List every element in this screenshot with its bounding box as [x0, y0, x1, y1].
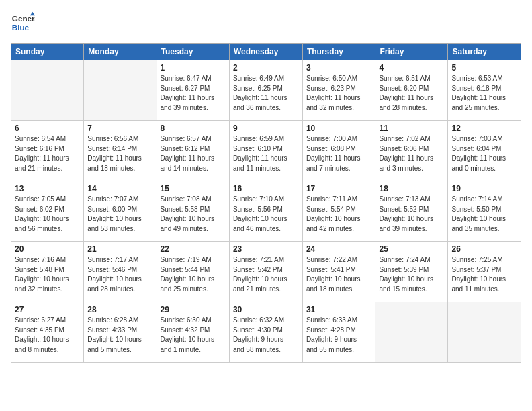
day-info: Sunrise: 6:50 AM Sunset: 6:23 PM Dayligh…	[306, 74, 372, 113]
calendar-cell: 21Sunrise: 7:17 AM Sunset: 5:46 PM Dayli…	[84, 242, 157, 302]
calendar-cell: 8Sunrise: 6:57 AM Sunset: 6:12 PM Daylig…	[157, 121, 229, 181]
calendar-cell: 24Sunrise: 7:22 AM Sunset: 5:41 PM Dayli…	[302, 242, 375, 302]
day-info: Sunrise: 7:21 AM Sunset: 5:42 PM Dayligh…	[233, 255, 299, 294]
day-info: Sunrise: 7:02 AM Sunset: 6:06 PM Dayligh…	[379, 134, 444, 173]
day-number: 12	[451, 124, 517, 133]
calendar-cell: 18Sunrise: 7:13 AM Sunset: 5:52 PM Dayli…	[375, 181, 448, 242]
day-number: 2	[233, 63, 299, 73]
calendar-header-wednesday: Wednesday	[229, 44, 302, 60]
day-number: 8	[161, 124, 226, 133]
day-number: 18	[379, 184, 444, 193]
day-info: Sunrise: 7:22 AM Sunset: 5:41 PM Dayligh…	[306, 255, 372, 294]
svg-text:Blue: Blue	[12, 23, 30, 32]
calendar-cell	[11, 60, 84, 121]
calendar-cell: 27Sunrise: 6:27 AM Sunset: 4:35 PM Dayli…	[11, 302, 84, 363]
calendar-cell: 6Sunrise: 6:54 AM Sunset: 6:16 PM Daylig…	[11, 121, 84, 181]
calendar-cell: 26Sunrise: 7:25 AM Sunset: 5:37 PM Dayli…	[448, 242, 521, 302]
day-number: 24	[306, 244, 372, 254]
calendar-cell: 29Sunrise: 6:30 AM Sunset: 4:32 PM Dayli…	[157, 302, 229, 363]
calendar-cell: 31Sunrise: 6:33 AM Sunset: 4:28 PM Dayli…	[302, 302, 375, 363]
day-info: Sunrise: 7:25 AM Sunset: 5:37 PM Dayligh…	[451, 255, 517, 294]
day-number: 3	[306, 63, 372, 73]
day-info: Sunrise: 7:10 AM Sunset: 5:56 PM Dayligh…	[233, 195, 299, 234]
day-number: 16	[233, 184, 299, 193]
calendar-cell: 14Sunrise: 7:07 AM Sunset: 6:00 PM Dayli…	[84, 181, 157, 242]
calendar-cell: 12Sunrise: 7:03 AM Sunset: 6:04 PM Dayli…	[448, 121, 521, 181]
day-info: Sunrise: 7:17 AM Sunset: 5:46 PM Dayligh…	[87, 255, 152, 294]
day-number: 10	[306, 124, 372, 133]
calendar-cell: 19Sunrise: 7:14 AM Sunset: 5:50 PM Dayli…	[448, 181, 521, 242]
calendar-cell: 20Sunrise: 7:16 AM Sunset: 5:48 PM Dayli…	[11, 242, 84, 302]
day-number: 22	[161, 244, 226, 254]
calendar-cell: 11Sunrise: 7:02 AM Sunset: 6:06 PM Dayli…	[375, 121, 448, 181]
calendar-cell: 15Sunrise: 7:08 AM Sunset: 5:58 PM Dayli…	[157, 181, 229, 242]
calendar-cell: 2Sunrise: 6:49 AM Sunset: 6:25 PM Daylig…	[229, 60, 302, 121]
day-number: 14	[87, 184, 152, 193]
day-info: Sunrise: 7:00 AM Sunset: 6:08 PM Dayligh…	[306, 134, 372, 173]
calendar-header-thursday: Thursday	[302, 44, 375, 60]
day-info: Sunrise: 6:49 AM Sunset: 6:25 PM Dayligh…	[233, 74, 299, 113]
day-info: Sunrise: 6:32 AM Sunset: 4:30 PM Dayligh…	[233, 316, 299, 355]
day-number: 27	[15, 305, 80, 314]
calendar-cell: 17Sunrise: 7:11 AM Sunset: 5:54 PM Dayli…	[302, 181, 375, 242]
calendar-week-1: 1Sunrise: 6:47 AM Sunset: 6:27 PM Daylig…	[11, 60, 521, 121]
day-number: 15	[161, 184, 226, 193]
calendar-cell: 10Sunrise: 7:00 AM Sunset: 6:08 PM Dayli…	[302, 121, 375, 181]
day-info: Sunrise: 7:05 AM Sunset: 6:02 PM Dayligh…	[15, 195, 80, 234]
calendar-header-sunday: Sunday	[11, 44, 84, 60]
day-info: Sunrise: 6:28 AM Sunset: 4:33 PM Dayligh…	[87, 316, 152, 355]
day-info: Sunrise: 6:47 AM Sunset: 6:27 PM Dayligh…	[161, 74, 226, 113]
day-info: Sunrise: 7:19 AM Sunset: 5:44 PM Dayligh…	[161, 255, 226, 294]
calendar-table: SundayMondayTuesdayWednesdayThursdayFrid…	[11, 43, 521, 363]
day-info: Sunrise: 7:03 AM Sunset: 6:04 PM Dayligh…	[451, 134, 517, 173]
day-info: Sunrise: 6:54 AM Sunset: 6:16 PM Dayligh…	[15, 134, 80, 173]
day-number: 31	[306, 305, 372, 314]
day-number: 30	[233, 305, 299, 314]
logo: General Blue	[11, 11, 38, 35]
calendar-cell: 30Sunrise: 6:32 AM Sunset: 4:30 PM Dayli…	[229, 302, 302, 363]
day-info: Sunrise: 6:57 AM Sunset: 6:12 PM Dayligh…	[161, 134, 226, 173]
calendar-cell: 1Sunrise: 6:47 AM Sunset: 6:27 PM Daylig…	[157, 60, 229, 121]
day-info: Sunrise: 6:56 AM Sunset: 6:14 PM Dayligh…	[87, 134, 152, 173]
day-number: 21	[87, 244, 152, 254]
calendar-week-4: 20Sunrise: 7:16 AM Sunset: 5:48 PM Dayli…	[11, 242, 521, 302]
calendar-week-3: 13Sunrise: 7:05 AM Sunset: 6:02 PM Dayli…	[11, 181, 521, 242]
day-info: Sunrise: 6:51 AM Sunset: 6:20 PM Dayligh…	[379, 74, 444, 113]
day-info: Sunrise: 6:33 AM Sunset: 4:28 PM Dayligh…	[306, 316, 372, 355]
day-number: 17	[306, 184, 372, 193]
day-number: 26	[451, 244, 517, 254]
calendar-cell	[375, 302, 448, 363]
calendar-cell: 13Sunrise: 7:05 AM Sunset: 6:02 PM Dayli…	[11, 181, 84, 242]
day-number: 5	[451, 63, 517, 73]
calendar-cell	[448, 302, 521, 363]
calendar-cell: 7Sunrise: 6:56 AM Sunset: 6:14 PM Daylig…	[84, 121, 157, 181]
day-number: 20	[15, 244, 80, 254]
calendar-header-tuesday: Tuesday	[157, 44, 229, 60]
calendar-header-friday: Friday	[375, 44, 448, 60]
calendar-cell: 4Sunrise: 6:51 AM Sunset: 6:20 PM Daylig…	[375, 60, 448, 121]
day-info: Sunrise: 7:08 AM Sunset: 5:58 PM Dayligh…	[161, 195, 226, 234]
calendar-cell	[84, 60, 157, 121]
calendar-header-saturday: Saturday	[448, 44, 521, 60]
day-number: 19	[451, 184, 517, 193]
day-number: 29	[161, 305, 226, 314]
calendar-cell: 28Sunrise: 6:28 AM Sunset: 4:33 PM Dayli…	[84, 302, 157, 363]
day-number: 4	[379, 63, 444, 73]
day-info: Sunrise: 6:30 AM Sunset: 4:32 PM Dayligh…	[161, 316, 226, 355]
day-info: Sunrise: 6:59 AM Sunset: 6:10 PM Dayligh…	[233, 134, 299, 173]
day-number: 1	[161, 63, 226, 73]
calendar-header-monday: Monday	[84, 44, 157, 60]
day-info: Sunrise: 7:24 AM Sunset: 5:39 PM Dayligh…	[379, 255, 444, 294]
day-number: 6	[15, 124, 80, 133]
calendar-cell: 16Sunrise: 7:10 AM Sunset: 5:56 PM Dayli…	[229, 181, 302, 242]
calendar-cell: 9Sunrise: 6:59 AM Sunset: 6:10 PM Daylig…	[229, 121, 302, 181]
calendar-header-row: SundayMondayTuesdayWednesdayThursdayFrid…	[11, 44, 521, 60]
day-number: 7	[87, 124, 152, 133]
calendar-cell: 25Sunrise: 7:24 AM Sunset: 5:39 PM Dayli…	[375, 242, 448, 302]
day-info: Sunrise: 7:13 AM Sunset: 5:52 PM Dayligh…	[379, 195, 444, 234]
calendar-week-5: 27Sunrise: 6:27 AM Sunset: 4:35 PM Dayli…	[11, 302, 521, 363]
calendar-cell: 22Sunrise: 7:19 AM Sunset: 5:44 PM Dayli…	[157, 242, 229, 302]
day-number: 9	[233, 124, 299, 133]
day-info: Sunrise: 7:11 AM Sunset: 5:54 PM Dayligh…	[306, 195, 372, 234]
day-number: 28	[87, 305, 152, 314]
